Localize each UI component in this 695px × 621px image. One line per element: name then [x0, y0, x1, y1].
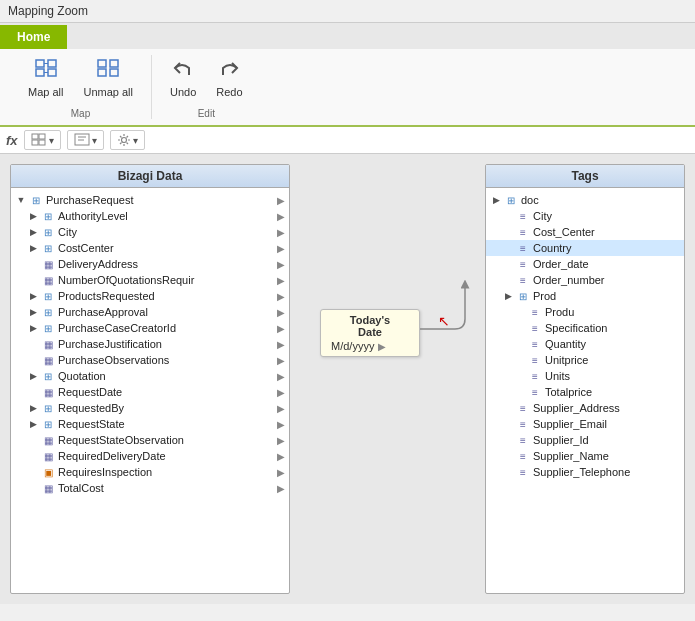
- expander-request-state-obs[interactable]: [27, 434, 39, 446]
- tree-item-requires-inspection[interactable]: ▣ RequiresInspection ▶: [11, 464, 289, 480]
- tree-item-request-state[interactable]: ▶ ⊞ RequestState ▶: [11, 416, 289, 432]
- tree-item-city[interactable]: ▶ ⊞ City ▶: [11, 224, 289, 240]
- tree-item-total-cost[interactable]: ▦ TotalCost ▶: [11, 480, 289, 496]
- tree-item-products-requested[interactable]: ▶ ⊞ ProductsRequested ▶: [11, 288, 289, 304]
- bizagi-data-tree[interactable]: ▼ ⊞ PurchaseRequest ▶ ▶ ⊞ AuthorityLevel…: [11, 188, 289, 588]
- field-icon-order-number-tag: ≡: [516, 273, 530, 287]
- tree-item-units-tag[interactable]: ≡ Units: [486, 368, 684, 384]
- field-icon-unitprice-tag: ≡: [528, 353, 542, 367]
- field-icon-request-state-obs: ▦: [41, 433, 55, 447]
- expander-order-date-tag: [502, 258, 514, 270]
- tree-item-purchase-justification[interactable]: ▦ PurchaseJustification ▶: [11, 336, 289, 352]
- field-icon-cost-center: ⊞: [41, 241, 55, 255]
- label-products-requested: ProductsRequested: [58, 290, 155, 302]
- label-quantity-tag: Quantity: [545, 338, 586, 350]
- map-group-label: Map: [71, 108, 90, 119]
- tree-item-purchase-case-creator[interactable]: ▶ ⊞ PurchaseCaseCreatorId ▶: [11, 320, 289, 336]
- unmap-all-button[interactable]: Unmap all: [75, 55, 141, 102]
- arrow-city: ▶: [277, 227, 285, 238]
- tree-item-supplier-address-tag[interactable]: ≡ Supplier_Address: [486, 400, 684, 416]
- expander-request-date[interactable]: [27, 386, 39, 398]
- tree-item-quotation[interactable]: ▶ ⊞ Quotation ▶: [11, 368, 289, 384]
- settings-dropdown[interactable]: ▾: [133, 135, 138, 146]
- settings-box[interactable]: ▾: [110, 130, 145, 150]
- tree-item-order-date-tag[interactable]: ≡ Order_date: [486, 256, 684, 272]
- tree-item-number-quotations[interactable]: ▦ NumberOfQuotationsRequir ▶: [11, 272, 289, 288]
- connector-svg: ↖: [290, 164, 510, 594]
- tree-item-supplier-id-tag[interactable]: ≡ Supplier_Id: [486, 432, 684, 448]
- tree-item-city-tag[interactable]: ≡ City: [486, 208, 684, 224]
- field-icon-totalprice-tag: ≡: [528, 385, 542, 399]
- expander-request-state[interactable]: ▶: [27, 418, 39, 430]
- tree-item-order-number-tag[interactable]: ≡ Order_number: [486, 272, 684, 288]
- label-cost-center: CostCenter: [58, 242, 114, 254]
- expander-purchase-approval[interactable]: ▶: [27, 306, 39, 318]
- tree-item-request-date[interactable]: ▦ RequestDate ▶: [11, 384, 289, 400]
- cell-ref-box[interactable]: ▾: [24, 130, 61, 150]
- format-box[interactable]: ▾: [67, 130, 104, 150]
- expander-requires-inspection[interactable]: [27, 466, 39, 478]
- label-supplier-id-tag: Supplier_Id: [533, 434, 589, 446]
- expander-purchase-observations[interactable]: [27, 354, 39, 366]
- tags-tree[interactable]: ▶ ⊞ doc ≡ City ≡ Cost_Center ≡ Country: [486, 188, 684, 588]
- arrow-required-delivery: ▶: [277, 451, 285, 462]
- tab-home[interactable]: Home: [0, 25, 67, 49]
- expander-purchase-justification[interactable]: [27, 338, 39, 350]
- expander-purchase-request[interactable]: ▼: [15, 194, 27, 206]
- tree-item-unitprice-tag[interactable]: ≡ Unitprice: [486, 352, 684, 368]
- tree-item-produ-tag[interactable]: ≡ Produ: [486, 304, 684, 320]
- expander-number-quotations[interactable]: [27, 274, 39, 286]
- ribbon-group-edit: Undo Redo Edit: [152, 55, 261, 119]
- undo-button[interactable]: Undo: [162, 55, 204, 102]
- expander-delivery[interactable]: [27, 258, 39, 270]
- tree-item-totalprice-tag[interactable]: ≡ Totalprice: [486, 384, 684, 400]
- tree-item-requested-by[interactable]: ▶ ⊞ RequestedBy ▶: [11, 400, 289, 416]
- tree-item-required-delivery[interactable]: ▦ RequiredDeliveryDate ▶: [11, 448, 289, 464]
- map-all-button[interactable]: Map all: [20, 55, 71, 102]
- svg-point-17: [121, 138, 126, 143]
- redo-button[interactable]: Redo: [208, 55, 250, 102]
- tree-item-cost-center[interactable]: ▶ ⊞ CostCenter ▶: [11, 240, 289, 256]
- format-icon: [74, 133, 90, 147]
- tree-item-supplier-name-tag[interactable]: ≡ Supplier_Name: [486, 448, 684, 464]
- field-icon-city-tag: ≡: [516, 209, 530, 223]
- expander-quotation[interactable]: ▶: [27, 370, 39, 382]
- expander-doc[interactable]: ▶: [490, 194, 502, 206]
- expander-city[interactable]: ▶: [27, 226, 39, 238]
- tree-item-request-state-obs[interactable]: ▦ RequestStateObservation ▶: [11, 432, 289, 448]
- tree-item-cost-center-tag[interactable]: ≡ Cost_Center: [486, 224, 684, 240]
- svg-rect-7: [98, 69, 106, 76]
- tree-item-specification-tag[interactable]: ≡ Specification: [486, 320, 684, 336]
- format-dropdown[interactable]: ▾: [92, 135, 97, 146]
- tree-item-authority-level[interactable]: ▶ ⊞ AuthorityLevel ▶: [11, 208, 289, 224]
- expander-prod-tag[interactable]: ▶: [502, 290, 514, 302]
- expander-total-cost[interactable]: [27, 482, 39, 494]
- arrow-requested-by: ▶: [277, 403, 285, 414]
- tree-item-quantity-tag[interactable]: ≡ Quantity: [486, 336, 684, 352]
- settings-icon: [117, 133, 131, 147]
- tree-item-country-tag[interactable]: ≡ Country: [486, 240, 684, 256]
- arrow-cost-center: ▶: [277, 243, 285, 254]
- redo-label: Redo: [216, 86, 242, 98]
- tree-item-prod-tag[interactable]: ▶ ⊞ Prod: [486, 288, 684, 304]
- tree-item-purchase-approval[interactable]: ▶ ⊞ PurchaseApproval ▶: [11, 304, 289, 320]
- mapping-box-today[interactable]: Today'sDate M/d/yyyy ▶: [320, 309, 420, 357]
- tree-item-purchase-observations[interactable]: ▦ PurchaseObservations ▶: [11, 352, 289, 368]
- field-icon-cost-center-tag: ≡: [516, 225, 530, 239]
- tree-item-supplier-telephone-tag[interactable]: ≡ Supplier_Telephone: [486, 464, 684, 480]
- field-icon-supplier-id: ≡: [516, 433, 530, 447]
- tree-item-purchase-request[interactable]: ▼ ⊞ PurchaseRequest ▶: [11, 192, 289, 208]
- expander-requested-by[interactable]: ▶: [27, 402, 39, 414]
- tree-item-doc[interactable]: ▶ ⊞ doc: [486, 192, 684, 208]
- expander-required-delivery[interactable]: [27, 450, 39, 462]
- svg-rect-6: [98, 60, 106, 67]
- tree-item-delivery-address[interactable]: ▦ DeliveryAddress ▶: [11, 256, 289, 272]
- expander-cost-center[interactable]: ▶: [27, 242, 39, 254]
- cell-dropdown[interactable]: ▾: [49, 135, 54, 146]
- arrow-quotation: ▶: [277, 371, 285, 382]
- tree-item-supplier-email-tag[interactable]: ≡ Supplier_Email: [486, 416, 684, 432]
- expander-purchase-case-creator[interactable]: ▶: [27, 322, 39, 334]
- field-icon-request-date: ▦: [41, 385, 55, 399]
- expander-products-requested[interactable]: ▶: [27, 290, 39, 302]
- expander-authority-level[interactable]: ▶: [27, 210, 39, 222]
